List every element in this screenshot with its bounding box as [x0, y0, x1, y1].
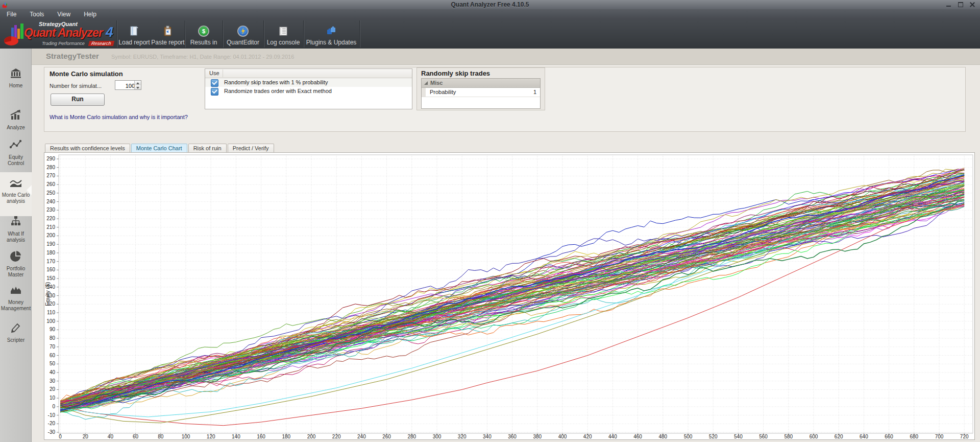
- equity-control-icon: [10, 138, 22, 153]
- checkbox-checked-icon[interactable]: [211, 88, 218, 96]
- simulations-count-input[interactable]: [115, 81, 136, 90]
- svg-text:230: 230: [46, 207, 55, 213]
- option-label: Randomize trades order with Exact method: [224, 88, 332, 94]
- svg-text:40: 40: [108, 434, 114, 439]
- svg-text:540: 540: [734, 434, 743, 439]
- sidebar-item-label: Scripter: [7, 337, 24, 343]
- menu-item-view[interactable]: View: [51, 9, 77, 19]
- monte-carlo-icon: [9, 176, 22, 191]
- log-console-icon: [278, 25, 289, 38]
- maximize-icon[interactable]: [957, 2, 964, 8]
- brand-version-label: 4: [106, 25, 113, 40]
- svg-text:520: 520: [709, 434, 718, 439]
- sidebar-item-equity-control[interactable]: Equity Control: [0, 138, 32, 167]
- svg-text:120: 120: [207, 434, 215, 439]
- sidebar-item-home[interactable]: Home: [0, 67, 32, 89]
- application-window: Quant Analyzer Free 4.10.5 File Tools Vi…: [0, 0, 980, 442]
- table-header: Use: [205, 69, 412, 78]
- tab-monte-carlo-chart[interactable]: Monte Carlo Chart: [131, 144, 187, 152]
- toolbar-button-log-console[interactable]: Log console: [264, 19, 302, 49]
- close-icon[interactable]: [969, 2, 976, 8]
- load-report-icon: [129, 25, 140, 38]
- toolbar-button-results-in[interactable]: $ Results in: [186, 19, 222, 49]
- toolbar-button-quanteditor[interactable]: QuantEditor: [224, 19, 262, 49]
- sidebar-item-label: Home: [9, 83, 23, 89]
- svg-text:290: 290: [46, 156, 55, 161]
- selected-item-arrow: [27, 185, 32, 195]
- svg-text:140: 140: [232, 434, 240, 439]
- window-title: Quant Analyzer Free 4.10.5: [0, 1, 980, 8]
- svg-text:220: 220: [332, 434, 341, 439]
- svg-text:280: 280: [46, 165, 55, 170]
- spinner-down-icon[interactable]: [134, 85, 141, 90]
- svg-text:-30: -30: [48, 429, 56, 435]
- svg-text:40: 40: [50, 369, 56, 375]
- scripter-icon: [10, 321, 22, 336]
- svg-text:340: 340: [483, 434, 492, 439]
- svg-text:460: 460: [633, 434, 642, 439]
- tagline-right: Research: [88, 41, 114, 46]
- svg-text:220: 220: [46, 216, 55, 221]
- svg-text:260: 260: [46, 181, 55, 187]
- toolbar-button-plugins-updates[interactable]: Plugins & Updates: [304, 19, 358, 49]
- menu-item-tools[interactable]: Tools: [23, 9, 51, 19]
- expander-icon: [424, 81, 428, 85]
- what-if-icon: [10, 215, 22, 229]
- paste-report-icon: [162, 25, 174, 38]
- property-row[interactable]: Probability 1: [422, 88, 540, 97]
- sidebar-item-label: Portfolio Master: [0, 266, 32, 278]
- portfolio-master-icon: [10, 250, 22, 264]
- svg-text:110: 110: [47, 310, 55, 315]
- sidebar-item-portfolio-master[interactable]: Portfolio Master: [0, 250, 32, 278]
- sidebar-item-label: Analyze: [7, 125, 25, 131]
- checkbox-checked-icon[interactable]: [211, 79, 218, 87]
- tab-predict-verify[interactable]: Predict / Verify: [228, 144, 274, 152]
- sidebar-item-scripter[interactable]: Scripter: [0, 321, 32, 343]
- toolbar: StrategyQuant Quant Analyzer 4 Trading P…: [0, 19, 980, 49]
- svg-text:480: 480: [658, 434, 667, 439]
- svg-text:-20: -20: [48, 421, 56, 426]
- property-group-misc[interactable]: Misc: [422, 79, 540, 88]
- spinner-up-icon[interactable]: [134, 81, 141, 85]
- run-button[interactable]: Run: [51, 94, 105, 106]
- svg-text:180: 180: [46, 250, 55, 255]
- sidebar-item-analyze[interactable]: Analyze: [0, 109, 32, 131]
- svg-text:20: 20: [83, 434, 89, 439]
- monte-carlo-help-link[interactable]: What is Monte Carlo simulation and why i…: [50, 114, 188, 120]
- minimize-icon[interactable]: [945, 2, 952, 8]
- svg-text:720: 720: [960, 434, 969, 439]
- analyze-icon: [10, 109, 22, 123]
- toolbar-button-load-report[interactable]: Load report: [117, 19, 151, 49]
- svg-text:0: 0: [52, 404, 55, 409]
- property-grid: Misc Probability 1: [421, 78, 541, 109]
- svg-text:680: 680: [910, 434, 918, 439]
- svg-text:200: 200: [307, 434, 316, 439]
- tab-bar: Results with confidence levels Monte Car…: [45, 144, 274, 152]
- svg-text:Equity ($): Equity ($): [44, 282, 51, 306]
- svg-text:$: $: [202, 28, 205, 34]
- sidebar-item-money-management[interactable]: Money Management: [0, 284, 32, 312]
- tagline-left: Trading Performance: [42, 41, 85, 46]
- titlebar: Quant Analyzer Free 4.10.5: [0, 0, 980, 9]
- toolbar-button-label: Plugins & Updates: [306, 39, 357, 46]
- toolbar-button-label: Paste report: [151, 39, 184, 46]
- svg-text:260: 260: [382, 434, 391, 439]
- menu-item-file[interactable]: File: [0, 9, 23, 19]
- svg-text:20: 20: [50, 386, 56, 392]
- property-value[interactable]: 1: [533, 89, 536, 95]
- panel-title: Monte Carlo simulation: [50, 70, 123, 78]
- svg-text:560: 560: [759, 434, 768, 439]
- svg-text:620: 620: [835, 434, 843, 439]
- sidebar-item-what-if-analysis[interactable]: What If analysis: [0, 215, 32, 243]
- svg-text:80: 80: [158, 434, 164, 439]
- brand-tagline: Trading Performance Research: [42, 41, 114, 46]
- table-row[interactable]: Randomly skip trades with 1 % probabilit…: [205, 78, 412, 87]
- tab-results-confidence[interactable]: Results with confidence levels: [45, 144, 130, 152]
- tab-risk-of-ruin[interactable]: Risk of ruin: [188, 144, 227, 152]
- menu-item-help[interactable]: Help: [77, 9, 103, 19]
- sidebar: Home Analyze Equ: [0, 49, 32, 442]
- toolbar-button-paste-report[interactable]: Paste report: [151, 19, 185, 49]
- column-divider: [223, 69, 223, 77]
- simulations-count-label: Number for simulat...: [50, 83, 102, 89]
- table-row[interactable]: Randomize trades order with Exact method: [205, 87, 412, 96]
